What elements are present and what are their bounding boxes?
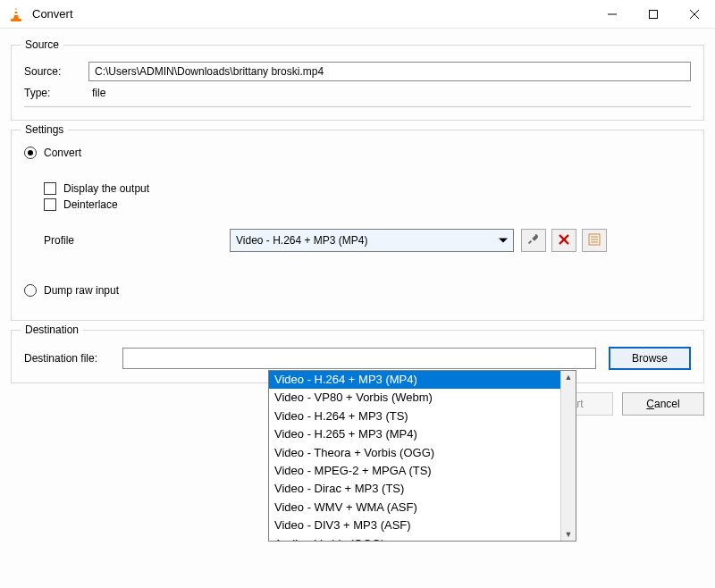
display-output-checkbox[interactable]: Display the output [44, 182, 691, 195]
deinterlace-checkbox[interactable]: Deinterlace [44, 198, 691, 211]
checkbox-icon [44, 182, 56, 195]
close-button[interactable] [674, 0, 715, 28]
titlebar: Convert [0, 0, 715, 29]
maximize-button[interactable] [633, 0, 674, 28]
deinterlace-label: Deinterlace [63, 198, 118, 211]
profile-combobox[interactable]: Video - H.264 + MP3 (MP4) [230, 229, 514, 252]
browse-button-label: Browse [632, 352, 668, 365]
profile-option[interactable]: Video - Theora + Vorbis (OGG) [269, 444, 560, 462]
profile-option[interactable]: Video - VP80 + Vorbis (Webm) [269, 389, 560, 407]
source-legend: Source [21, 38, 63, 51]
cancel-button[interactable]: Cancel [622, 392, 704, 416]
window-title: Convert [32, 7, 592, 21]
profile-option[interactable]: Video - MPEG-2 + MPGA (TS) [269, 462, 560, 480]
window-controls [592, 0, 715, 28]
type-value: file [88, 87, 105, 99]
source-label: Source: [24, 65, 88, 78]
profile-option[interactable]: Video - DIV3 + MP3 (ASF) [269, 517, 560, 534]
profile-selected-value: Video - H.264 + MP3 (MP4) [236, 234, 368, 247]
profile-option[interactable]: Video - H.265 + MP3 (MP4) [269, 425, 560, 443]
cancel-button-label-rest: ancel [654, 398, 680, 410]
svg-rect-2 [14, 13, 19, 15]
profile-option[interactable]: Video - WMV + WMA (ASF) [269, 499, 560, 517]
wrench-icon [527, 233, 540, 248]
dump-raw-label: Dump raw input [44, 284, 119, 297]
dump-raw-radio[interactable]: Dump raw input [24, 284, 691, 297]
new-profile-button[interactable] [582, 229, 607, 252]
source-separator [24, 106, 691, 107]
display-output-label: Display the output [63, 182, 149, 195]
radio-dot-icon [24, 284, 37, 297]
profile-dropdown-items: Video - H.264 + MP3 (MP4) Video - VP80 +… [269, 371, 560, 541]
profile-option[interactable]: Video - Dirac + MP3 (TS) [269, 480, 560, 498]
delete-profile-button[interactable] [551, 229, 576, 252]
profile-dropdown-list[interactable]: Video - H.264 + MP3 (MP4) Video - VP80 +… [268, 370, 576, 542]
svg-rect-3 [11, 19, 21, 21]
destination-file-label: Destination file: [24, 352, 122, 365]
svg-rect-5 [650, 10, 658, 18]
convert-dialog: Convert Source Source: Type: file [0, 0, 715, 588]
destination-file-field[interactable] [122, 348, 596, 369]
checkbox-icon [44, 198, 56, 211]
svg-rect-1 [14, 10, 18, 12]
radio-dot-icon [24, 147, 37, 159]
settings-group: Settings Convert Display the output Dein… [11, 130, 704, 321]
type-label: Type: [24, 87, 88, 99]
profile-label: Profile [24, 234, 230, 247]
profile-option[interactable]: Audio - Vorbis (OGG) [269, 535, 560, 541]
chevron-down-icon [499, 239, 508, 243]
settings-legend: Settings [21, 123, 68, 136]
convert-radio[interactable]: Convert [24, 147, 691, 159]
browse-button[interactable]: Browse [609, 347, 691, 370]
minimize-button[interactable] [592, 0, 633, 28]
vlc-cone-icon [7, 5, 25, 23]
source-group: Source Source: Type: file [11, 45, 704, 121]
profile-option[interactable]: Video - H.264 + MP3 (MP4) [269, 371, 560, 389]
dropdown-scrollbar[interactable]: ▲ ▼ [560, 371, 576, 541]
delete-icon [559, 234, 569, 248]
svg-rect-8 [528, 239, 532, 243]
convert-radio-label: Convert [44, 147, 81, 159]
svg-marker-0 [13, 7, 19, 19]
scroll-down-icon: ▼ [565, 530, 573, 539]
scroll-up-icon: ▲ [565, 373, 573, 382]
edit-profile-button[interactable] [521, 229, 546, 252]
profile-option[interactable]: Video - H.264 + MP3 (TS) [269, 407, 560, 425]
list-icon [588, 233, 601, 248]
destination-legend: Destination [21, 323, 83, 336]
source-path-field[interactable] [88, 62, 691, 81]
